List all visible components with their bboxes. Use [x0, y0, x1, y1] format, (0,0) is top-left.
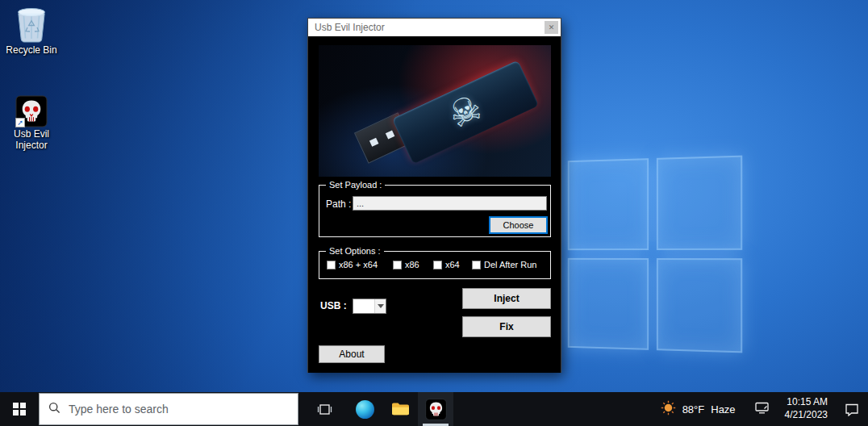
set-options-legend: Set Options :: [326, 245, 384, 257]
checkbox-label: x64: [445, 260, 460, 269]
usb-evil-injector-icon: ➚: [0, 95, 63, 127]
windows-start-icon: [13, 403, 26, 416]
edge-icon: [356, 400, 374, 419]
usb-evil-injector-taskbar-button[interactable]: [418, 392, 453, 426]
windows-logo-pane: [657, 156, 742, 250]
windows-logo-pane: [657, 258, 742, 353]
file-explorer-icon: [391, 402, 410, 416]
choose-button[interactable]: Choose: [489, 216, 548, 234]
weather-condition: Haze: [711, 403, 735, 416]
usb-select-value: [353, 299, 374, 313]
desktop-icon-label: Usb Evil Injector: [0, 129, 63, 152]
usb-drive-hero-image: ☠: [319, 45, 551, 177]
checkbox-x86[interactable]: x86: [393, 260, 419, 269]
tray-icons: [747, 392, 777, 426]
action-center-icon: [845, 403, 859, 416]
taskbar-weather-widget[interactable]: 88°F Haze: [649, 392, 747, 426]
usb-label: USB :: [320, 300, 347, 311]
task-view-icon: [317, 403, 332, 416]
system-tray: 88°F Haze 10:15 AM 4/21/2023: [649, 392, 868, 426]
start-button[interactable]: [0, 392, 39, 426]
checkbox-label: x86 + x64: [339, 260, 378, 269]
skull-icon: [425, 399, 447, 420]
checkbox-label: Del After Run: [484, 260, 536, 269]
action-center-button[interactable]: [836, 392, 868, 426]
desktop-screen: Recycle Bin ➚ Usb Evil Injector Usb Evil: [0, 0, 868, 426]
punisher-skull-icon: ☠: [441, 86, 487, 136]
edge-browser-button[interactable]: [347, 392, 382, 426]
desktop-icon-label: Recycle Bin: [0, 45, 63, 56]
path-input[interactable]: [353, 196, 547, 211]
windows-logo-pane: [568, 258, 649, 350]
set-options-groupbox: Set Options : x86 + x64 x86 x64 Del Afte…: [319, 251, 551, 279]
search-input[interactable]: [69, 403, 289, 416]
inject-button[interactable]: Inject: [462, 288, 551, 309]
recycle-bin-icon: [0, 6, 63, 44]
clock-date: 4/21/2023: [785, 409, 828, 422]
chevron-down-icon: [374, 299, 386, 313]
usb-drive-select[interactable]: [353, 299, 386, 314]
tray-display-icon[interactable]: [755, 402, 769, 417]
window-title: Usb Evil Injector: [315, 22, 385, 33]
window-titlebar[interactable]: Usb Evil Injector ✕: [308, 19, 561, 36]
taskbar: 88°F Haze 10:15 AM 4/21/2023: [0, 392, 868, 426]
close-icon[interactable]: ✕: [545, 21, 558, 34]
checkbox-x86-x64[interactable]: x86 + x64: [327, 260, 378, 269]
desktop-icon-recycle-bin[interactable]: Recycle Bin: [0, 6, 63, 56]
set-payload-legend: Set Payload :: [326, 179, 385, 191]
taskbar-clock[interactable]: 10:15 AM 4/21/2023: [777, 392, 836, 426]
checkbox-box-icon: [327, 261, 336, 269]
windows-logo-wallpaper: [568, 156, 742, 353]
desktop-icon-usb-evil-injector[interactable]: ➚ Usb Evil Injector: [0, 95, 63, 152]
window-body: ☠ Set Payload : Path : Choose Set Option…: [308, 36, 561, 373]
checkbox-del-after-run[interactable]: Del After Run: [472, 260, 536, 269]
about-button[interactable]: About: [319, 345, 385, 363]
file-explorer-button[interactable]: [382, 392, 418, 426]
connector-hole: [386, 130, 395, 139]
windows-logo-pane: [568, 158, 649, 250]
checkbox-box-icon: [433, 261, 442, 269]
weather-temp: 88°F: [682, 403, 705, 416]
connector-hole: [369, 138, 379, 147]
search-icon: [48, 402, 61, 417]
clock-time: 10:15 AM: [787, 396, 828, 409]
checkbox-x64[interactable]: x64: [433, 260, 460, 269]
checkbox-box-icon: [393, 261, 402, 269]
checkbox-label: x86: [405, 260, 419, 269]
path-label: Path :: [326, 198, 351, 210]
haze-sun-icon: [661, 400, 676, 418]
usb-evil-injector-window: Usb Evil Injector ✕ ☠ Set Payload : Path…: [307, 18, 561, 373]
shortcut-arrow-icon: ➚: [15, 118, 25, 127]
checkbox-box-icon: [472, 261, 481, 269]
task-view-button[interactable]: [307, 392, 342, 426]
fix-button[interactable]: Fix: [462, 316, 551, 337]
set-payload-groupbox: Set Payload : Path : Choose: [319, 185, 551, 237]
taskbar-search[interactable]: [39, 393, 298, 425]
